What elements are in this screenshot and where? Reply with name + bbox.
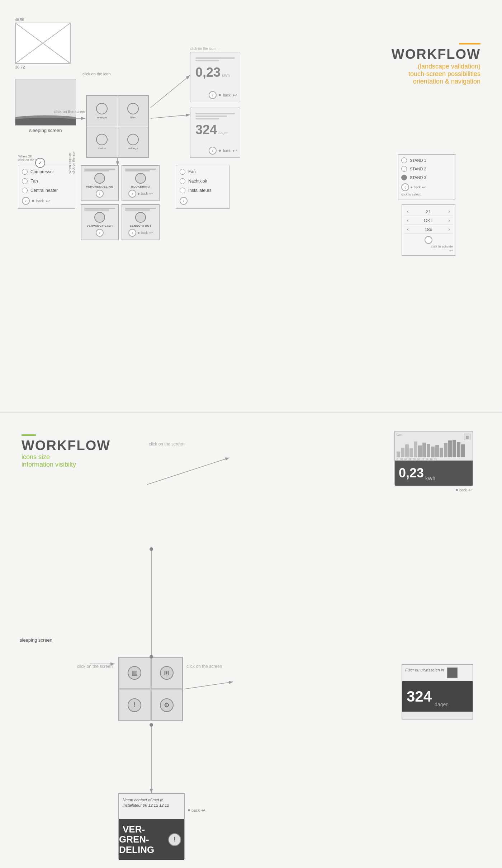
verg-nav[interactable]: ‹ [96,190,104,198]
hour-prev-chevron[interactable]: ‹ [407,226,409,232]
date-confirm-circle[interactable] [425,236,432,244]
menu-cell-filter[interactable]: filter [118,96,148,126]
verg-card: Neem contact of met je installateur 06 1… [118,793,185,859]
vf-nav[interactable]: ‹ [96,229,104,237]
bar-axis-labels: 0 02 04 06 08 10 12 14 16 18 [397,458,471,461]
error-cell-sensorfout[interactable]: SENSORFOUT ‹ back ↩ [122,204,160,240]
stand-back-circle[interactable]: ‹ [401,183,409,191]
blok-dot [138,193,139,195]
fan-list-nav[interactable]: ‹ [180,197,188,205]
card-energy-box[interactable]: 0,23 kWh ‹ back ↩ [190,52,240,102]
select-fan[interactable]: Fan [22,178,71,184]
error-cell-vergrendeling[interactable]: VERGRENDELING ‹ [81,165,119,201]
hour-next-chevron[interactable]: › [448,226,450,232]
energy-number: 0,23 [195,65,221,80]
stand-item-3[interactable]: STAND 3 [401,175,452,180]
back-arrow-e: ↩ [468,487,473,493]
placeholder-box: 48.56 36.72 [15,18,76,69]
stand-1-label: STAND 1 [410,158,426,162]
filter-label: filter [130,116,136,119]
radio-fan-2[interactable] [180,169,185,175]
month-prev-chevron[interactable]: ‹ [407,217,409,223]
sfline-1 [125,208,156,209]
date-row-hour[interactable]: ‹ 18u › [404,225,453,234]
ok-check-circle[interactable] [35,158,45,168]
central-heater-label: Central heater [30,188,58,193]
date-row-month[interactable]: ‹ OKT › [404,216,453,225]
sf-nav-circle[interactable]: ‹ [128,229,136,237]
radio-stand-2[interactable] [401,166,407,172]
menu-large-cell-1[interactable]: ▦ [119,657,150,689]
back-text-3: back [36,199,44,203]
energy-card-back: back ↩ [456,487,473,493]
select-central-heater[interactable]: Central heater [22,188,71,193]
bar-4 [409,448,413,457]
main-menu-large[interactable]: ▦ ⊞ ! ⚙ [118,657,183,721]
card1-annotation: click on the icon → [190,47,240,51]
line-2 [195,60,219,61]
day-value: 21 [426,209,431,214]
error-cell-vervangfilter[interactable]: VERVANGFILTER ‹ [81,204,119,240]
fan-item-nachtklok[interactable]: Nachtklok [180,178,226,184]
card-filter-box[interactable]: 324 dagen ‹ back ↩ [190,108,240,158]
sleeping-screen-container: sleeping screen [15,79,76,133]
stand-item-1[interactable]: STAND 1 [401,157,452,163]
filter-large-number: 324 [407,688,432,705]
menu-grid[interactable]: energie filter status settings [86,95,149,158]
blok-nav-circle[interactable]: ‹ [128,190,136,198]
axis-04: 04 [404,458,407,461]
stand-3-label: STAND 3 [410,175,426,180]
stand-nav: ‹ back ↩ [401,183,452,191]
back-text-e: back [459,488,467,492]
error-cell-blokering[interactable]: BLOKERING ‹ back ↩ [122,165,160,201]
vf-label: VERVANGFILTER [87,224,113,227]
radio-compressor[interactable] [22,169,28,175]
menu-cell-energie[interactable]: energie [87,96,117,126]
menu-cell-settings[interactable]: settings [118,127,148,157]
radio-stand-3[interactable] [401,175,407,180]
day-prev-chevron[interactable]: ‹ [407,208,409,214]
day-next-chevron[interactable]: › [448,208,450,214]
month-next-chevron[interactable]: › [448,217,450,223]
select-compressor[interactable]: Compressor [22,169,71,175]
energy-card-large[interactable]: kWh 0 02 04 [394,431,473,485]
stand-item-2[interactable]: STAND 2 [401,166,452,172]
select-list-back-circle[interactable]: ‹ [22,197,30,205]
menu-large-cell-2[interactable]: ⊞ [151,657,183,689]
stand-2-label: STAND 2 [410,167,426,171]
menu-cell-status[interactable]: status [87,127,117,157]
sf-icon [135,212,146,223]
back-nav-circle-2[interactable]: ‹ [209,147,217,155]
fan-item-fan[interactable]: Fan [180,169,226,175]
ok-icon[interactable] [35,158,45,168]
sleeping-screen-image[interactable] [15,79,76,126]
back-arrow-6: ↩ [422,185,426,190]
menu-large-cell-4[interactable]: ⚙ [151,690,183,721]
energie-icon [96,103,108,114]
fan-item-installateurs[interactable]: Installateurs [180,188,226,193]
bar-chart-icon[interactable]: ▦ [464,434,470,440]
card1-nav: ‹ back ↩ [209,91,237,99]
month-value: OKT [424,218,434,223]
menu-large-cell-3[interactable]: ! [119,690,150,721]
energy-unit: kWh [222,73,230,77]
back-nav-circle-1[interactable]: ‹ [209,91,217,99]
radio-central-heater[interactable] [22,188,28,193]
back-text-6: back [414,185,421,189]
workflow-title-block-1: WORKFLOW (landscape validation) touch-sc… [392,43,480,85]
conn-dot-e [456,489,458,491]
verg-label-1: VERGRENDELING [86,185,113,188]
radio-stand-1[interactable] [401,157,407,163]
sleeping-screen-large-container: sleeping screen [20,635,52,643]
radio-nachtklok[interactable] [180,178,185,184]
radio-installateurs[interactable] [180,188,185,193]
filter-icon [127,103,139,114]
central-menu[interactable]: energie filter status settings [86,95,149,158]
radio-fan[interactable] [22,178,28,184]
status-icon [96,134,108,145]
date-row-day[interactable]: ‹ 21 › [404,207,453,216]
bar-16 [461,444,465,457]
verg-label-text: VER-GREN-DELING [119,820,158,859]
verg-back: back ↩ [188,807,205,813]
energy-large-unit: kWh [425,476,435,481]
